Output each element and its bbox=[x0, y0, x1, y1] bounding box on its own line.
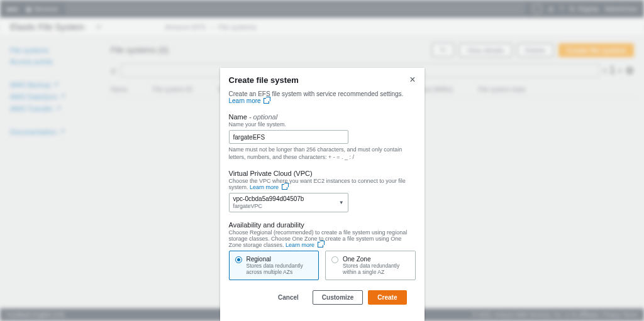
name-hint: Name must not be longer than 256 charact… bbox=[229, 146, 416, 161]
learn-more-link[interactable]: Learn more bbox=[229, 97, 270, 104]
chevron-down-icon: ▼ bbox=[339, 200, 344, 205]
cancel-button[interactable]: Cancel bbox=[269, 290, 308, 305]
modal-title: Create file system bbox=[229, 75, 299, 85]
create-button[interactable]: Create bbox=[368, 290, 406, 305]
vpc-label: Virtual Private Cloud (VPC) bbox=[229, 170, 416, 177]
availability-label: Availability and durability bbox=[229, 221, 416, 229]
modal-backdrop: Create file system × Create an EFS file … bbox=[0, 0, 644, 321]
vpc-select[interactable]: vpc-0cbda5a994d04507b fargateVPC ▼ bbox=[229, 193, 348, 212]
name-label: Name bbox=[229, 113, 247, 121]
regional-desc: Stores data redundantly across multiple … bbox=[247, 263, 313, 275]
learn-more-link[interactable]: Learn more bbox=[250, 184, 287, 190]
name-field: Name - optional Name your file system. N… bbox=[229, 113, 416, 161]
name-sublabel: Name your file system. bbox=[229, 121, 416, 128]
vpc-selected-id: vpc-0cbda5a994d04507b bbox=[233, 195, 304, 203]
learn-more-link[interactable]: Learn more bbox=[286, 242, 323, 248]
radio-icon bbox=[235, 256, 242, 263]
vpc-selected-name: fargateVPC bbox=[233, 203, 304, 210]
regional-title: Regional bbox=[247, 256, 313, 263]
onezone-title: One Zone bbox=[343, 256, 409, 263]
onezone-desc: Stores data redundantly within a single … bbox=[343, 263, 409, 275]
availability-field: Availability and durability Choose Regio… bbox=[229, 221, 416, 280]
external-icon bbox=[282, 184, 287, 190]
close-icon[interactable]: × bbox=[409, 74, 415, 85]
availability-sublabel: Choose Regional (recommended) to create … bbox=[229, 229, 416, 248]
external-icon bbox=[318, 242, 323, 248]
modal-intro: Create an EFS file system with service r… bbox=[229, 90, 416, 104]
customize-button[interactable]: Customize bbox=[313, 290, 364, 305]
vpc-sublabel: Choose the VPC where you want EC2 instan… bbox=[229, 178, 416, 190]
onezone-radio[interactable]: One Zone Stores data redundantly within … bbox=[325, 251, 416, 280]
vpc-field: Virtual Private Cloud (VPC) Choose the V… bbox=[229, 170, 416, 212]
radio-icon bbox=[331, 256, 338, 263]
external-icon bbox=[264, 98, 269, 104]
regional-radio[interactable]: Regional Stores data redundantly across … bbox=[229, 251, 319, 280]
name-input[interactable] bbox=[229, 130, 348, 144]
create-fs-modal: Create file system × Create an EFS file … bbox=[220, 68, 425, 321]
optional-label: - optional bbox=[247, 113, 277, 121]
